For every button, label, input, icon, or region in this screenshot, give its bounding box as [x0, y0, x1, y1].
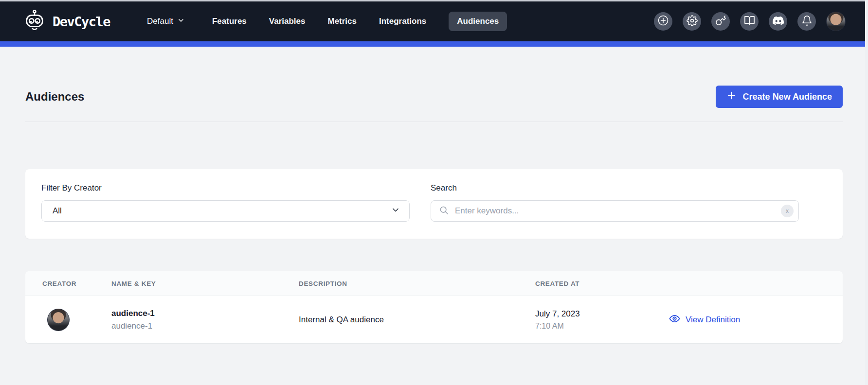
creator-cell [42, 309, 111, 331]
nav-item-metrics[interactable]: Metrics [327, 17, 357, 26]
page-header: Audiences Create New Audience [25, 47, 843, 108]
gear-icon [687, 15, 698, 28]
brand-logo[interactable]: DevCycle [23, 9, 110, 34]
description-cell: Internal & QA audience [299, 315, 535, 325]
create-new-audience-button[interactable]: Create New Audience [716, 86, 843, 108]
nav-item-integrations[interactable]: Integrations [379, 17, 426, 26]
creator-filter: Filter By Creator All [41, 183, 410, 222]
creator-filter-value: All [53, 206, 391, 216]
actions-cell: View Definition [669, 313, 843, 327]
creator-filter-select[interactable]: All [41, 200, 410, 222]
column-header-description: Description [299, 280, 535, 287]
key-icon [715, 15, 726, 28]
api-keys-button[interactable] [711, 12, 730, 31]
chevron-down-icon [177, 17, 185, 27]
page-title: Audiences [25, 90, 84, 104]
created-at-cell: July 7, 2023 7:10 AM [535, 309, 669, 331]
search-label: Search [431, 183, 799, 193]
top-navbar: DevCycle Default Features Variables Metr… [0, 1, 868, 41]
window-right-edge [865, 0, 868, 385]
audience-name: audience-1 [111, 309, 299, 318]
eye-icon [669, 313, 680, 327]
header-divider [25, 122, 843, 122]
nav-item-audiences[interactable]: Audiences [449, 12, 507, 31]
search-input[interactable] [455, 206, 775, 216]
project-selector-label: Default [147, 17, 173, 26]
settings-button[interactable] [683, 12, 701, 31]
created-time: 7:10 AM [535, 322, 669, 331]
plus-icon [726, 90, 737, 103]
table-header-row: Creator Name & Key Description Created A… [25, 271, 843, 296]
column-header-creator: Creator [42, 280, 111, 287]
search-icon [439, 205, 449, 217]
book-icon [744, 15, 755, 28]
search-filter: Search x [431, 183, 799, 222]
filters-card: Filter By Creator All Search x [25, 169, 843, 239]
table-row[interactable]: audience-1 audience-1 Internal & QA audi… [25, 296, 843, 343]
nav-item-features[interactable]: Features [212, 17, 247, 26]
column-header-created-at: Created At [535, 280, 669, 287]
audience-key: audience-1 [111, 321, 299, 331]
create-new-audience-label: Create New Audience [743, 92, 832, 102]
main-nav: Features Variables Metrics Integrations … [212, 12, 507, 31]
creator-avatar [47, 309, 70, 331]
user-avatar[interactable] [826, 12, 846, 31]
top-accent-bar [0, 41, 868, 47]
project-selector[interactable]: Default [147, 17, 185, 27]
nav-item-variables[interactable]: Variables [269, 17, 306, 26]
column-header-name-key: Name & Key [111, 280, 299, 287]
clear-search-button[interactable]: x [781, 205, 794, 217]
view-definition-link[interactable]: View Definition [669, 313, 843, 327]
audiences-table: Creator Name & Key Description Created A… [25, 271, 843, 343]
brand-name: DevCycle [53, 14, 110, 29]
main-content: Audiences Create New Audience Filter By … [25, 47, 843, 343]
created-date: July 7, 2023 [535, 309, 669, 319]
search-box: x [431, 200, 799, 222]
creator-filter-label: Filter By Creator [41, 183, 410, 193]
create-new-button[interactable] [654, 12, 672, 31]
plus-circle-icon [657, 15, 669, 28]
discord-icon [773, 15, 784, 28]
bell-icon [801, 15, 813, 28]
notifications-button[interactable] [797, 12, 816, 31]
name-key-cell: audience-1 audience-1 [111, 309, 299, 331]
devcycle-robot-icon [23, 9, 46, 34]
chevron-down-icon [391, 205, 400, 217]
view-definition-label: View Definition [686, 315, 740, 325]
navbar-actions [654, 12, 846, 31]
discord-button[interactable] [769, 12, 787, 31]
docs-button[interactable] [740, 12, 759, 31]
audiences-page: DevCycle Default Features Variables Metr… [0, 0, 868, 385]
